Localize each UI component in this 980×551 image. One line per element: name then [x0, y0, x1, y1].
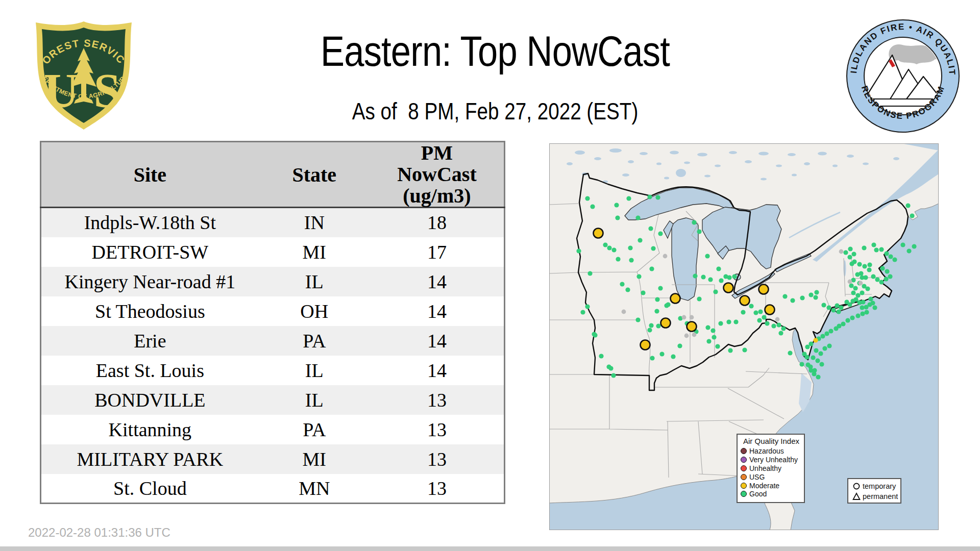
monitor-dot-good	[765, 321, 769, 325]
monitor-dot-good	[708, 277, 713, 282]
monitor-dot-good	[782, 294, 787, 298]
monitor-dot-good	[860, 290, 864, 295]
monitor-dot-good	[861, 299, 865, 304]
pm-value-cell: 13	[370, 415, 505, 444]
monitor-dot-good	[847, 255, 852, 259]
monitor-dot-good	[608, 366, 613, 370]
aqi-item-label: Moderate	[749, 482, 779, 490]
monitor-dot-good	[635, 215, 640, 220]
aqi-legend-item: Moderate	[741, 481, 804, 490]
table-header-row: Site State PM NowCast (ug/m3)	[41, 142, 505, 208]
monitor-dot-good	[816, 374, 820, 379]
monitor-dot-good	[626, 196, 631, 201]
monitor-dot-good	[885, 269, 889, 273]
monitor-dot-good	[808, 341, 813, 346]
monitor-dot-good	[635, 317, 640, 322]
monitor-dot-good	[629, 258, 633, 262]
monitor-dot-good	[905, 203, 910, 208]
monitor-dot-moderate	[641, 340, 650, 350]
monitor-dot-good	[818, 351, 823, 356]
monitor-dot-good	[749, 304, 753, 308]
monitor-dot-good	[706, 339, 711, 343]
monitor-dot-good	[655, 297, 659, 302]
forest-service-logo: FOREST SERVICE DEPARTMENT OF AGRICULTURE…	[31, 19, 137, 133]
monitor-dot-good	[813, 295, 818, 299]
site-cell: Kingery Near-road #1	[41, 267, 259, 296]
pm-value-cell: 14	[370, 326, 505, 356]
monitor-dot-good	[855, 272, 860, 277]
monitor-dot-good	[655, 195, 660, 199]
monitor-dot-good	[845, 318, 850, 322]
monitor-dot-good	[808, 364, 813, 369]
site-cell: Kittanning	[41, 415, 259, 444]
monitor-dot-good	[849, 283, 853, 288]
monitor-dot-good	[850, 315, 854, 320]
monitor-dot-good	[862, 264, 867, 268]
monitor-dot-good	[701, 274, 705, 279]
monitor-dot-inactive	[622, 310, 626, 314]
monitor-dot-good	[826, 305, 831, 310]
fs-letter-u: U	[44, 64, 79, 118]
monitor-dot-good	[822, 346, 827, 350]
monitor-dot-good	[805, 344, 810, 349]
table-row: DETROIT-SWMI17	[41, 237, 505, 267]
monitor-dot-good	[815, 358, 820, 363]
title-block: Eastern: Top NowCast As of 8 PM, Feb 27,…	[204, 27, 786, 125]
monitor-dot-good	[875, 277, 879, 282]
monitor-dot-moderate	[661, 318, 671, 328]
pm-header-line1: PM	[370, 142, 504, 164]
monitor-dot-good	[625, 287, 630, 292]
monitor-dot-good	[871, 242, 876, 247]
state-cell: MI	[259, 237, 370, 267]
aqi-item-label: USG	[749, 473, 765, 481]
monitor-dot-inactive	[684, 334, 689, 338]
monitor-dot-good	[620, 282, 624, 286]
monitor-dot-good	[906, 248, 911, 253]
monitor-dot-good	[647, 328, 652, 332]
monitor-dot-good	[593, 333, 597, 337]
report-page: FOREST SERVICE DEPARTMENT OF AGRICULTURE…	[0, 0, 980, 551]
monitor-dot-good	[872, 305, 877, 310]
monitor-dot-good	[758, 309, 763, 314]
monitor-dot-good	[710, 328, 715, 333]
temporary-label: temporary	[863, 482, 896, 490]
aqi-legend: Air Quality Index HazardousVery Unhealth…	[737, 434, 805, 503]
monitor-dot-moderate	[724, 283, 733, 293]
pm-header-line3: (ug/m3)	[370, 185, 504, 207]
monitor-dot-good	[853, 297, 858, 302]
site-cell: East St. Louis	[41, 356, 259, 385]
site-cell: St Theodosius	[41, 296, 259, 326]
monitor-dot-good	[831, 308, 836, 312]
monitor-dot-good	[692, 220, 696, 224]
monitor-dot-good	[867, 262, 872, 267]
aqi-swatch-icon	[741, 491, 747, 497]
monitor-dot-good	[865, 286, 870, 291]
monitor-dot-good	[716, 266, 721, 271]
monitor-dot-good	[590, 204, 595, 209]
monitor-dot-good	[697, 296, 701, 301]
monitor-dot-good	[834, 326, 838, 331]
monitor-dot-good	[888, 254, 893, 259]
monitor-dot-good	[867, 267, 871, 272]
monitor-dot-good	[855, 313, 860, 318]
table-row: BONDVILLEIL13	[41, 385, 505, 415]
monitor-dot-moderate	[765, 305, 775, 315]
monitor-dot-good	[616, 257, 620, 261]
permanent-label: permanent	[863, 492, 898, 500]
monitor-dot-good	[615, 215, 620, 220]
monitor-dot-good	[874, 247, 878, 252]
monitor-dot-good	[576, 248, 581, 253]
monitor-dot-good	[868, 296, 873, 301]
aqi-swatch-icon	[741, 474, 747, 480]
aqi-swatch-icon	[741, 483, 747, 489]
site-cell: Indpls-W.18th St	[41, 208, 259, 237]
monitor-dot-good	[848, 246, 852, 251]
bottom-border-strip	[0, 546, 980, 551]
monitor-dot-good	[733, 319, 738, 324]
monitor-dot-good	[862, 245, 866, 250]
monitor-dot-moderate	[594, 229, 603, 238]
monitor-dot-good	[839, 305, 843, 310]
monitor-dot-good	[705, 254, 709, 258]
col-header-pm: PM NowCast (ug/m3)	[370, 142, 505, 208]
pm-header-line2: NowCast	[370, 164, 504, 185]
